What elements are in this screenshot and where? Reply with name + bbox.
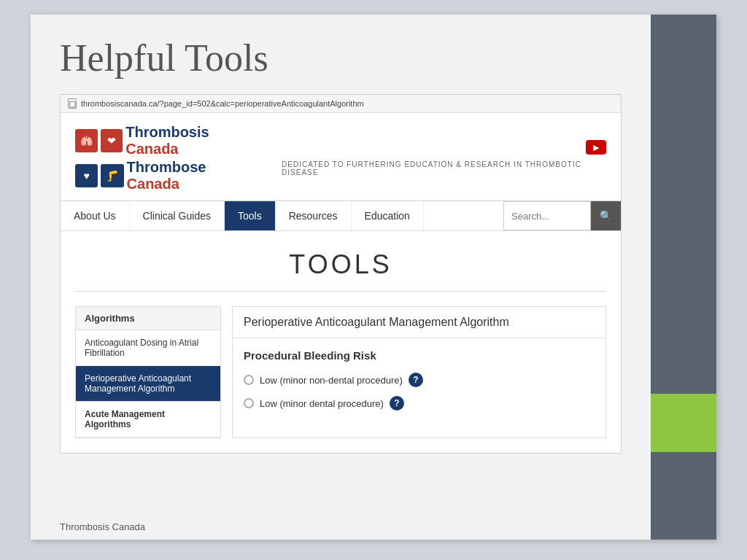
logo-icon-heart: ❤	[101, 129, 123, 152]
search-container: 🔍	[503, 201, 621, 230]
address-bar[interactable]: ▢ thrombosiscanada.ca/?page_id=502&calc=…	[61, 95, 621, 113]
site-nav: About Us Clinical Guides Tools Resources…	[61, 201, 621, 231]
slide-footer: Thrombosis Canada	[31, 514, 716, 540]
radio-circle-2[interactable]	[244, 398, 254, 408]
page-title: Helpful Tools	[60, 36, 622, 79]
tools-main-header: Perioperative Anticoagulant Management A…	[233, 307, 605, 338]
youtube-icon[interactable]: ▶	[586, 140, 606, 155]
website-content: 🫁 ❤ Thrombosis Canada ♥ 🦵 Thrombose	[61, 113, 621, 453]
logo-icon-blue1: ♥	[75, 164, 98, 187]
logo-fr-main: Thrombose	[127, 159, 206, 175]
radio-circle-1[interactable]	[244, 375, 254, 385]
tools-content: Algorithms Anticoagulant Dosing in Atria…	[61, 292, 621, 453]
tools-main: Perioperative Anticoagulant Management A…	[232, 306, 606, 438]
logo-en-highlight: Canada	[125, 141, 178, 157]
nav-items: About Us Clinical Guides Tools Resources…	[61, 201, 503, 230]
logo-en-main: Thrombosis	[125, 124, 209, 140]
section-title: Procedural Bleeding Risk	[244, 349, 595, 362]
tools-main-title: Perioperative Anticoagulant Management A…	[244, 316, 595, 329]
site-tagline: DEDICATED TO FURTHERING EDUCATION & RESE…	[282, 160, 606, 176]
logo-fr-text: Thrombose Canada	[127, 159, 260, 192]
page-icon: ▢	[68, 98, 77, 109]
sidebar-item-perioperative[interactable]: Perioperative Anticoagulant Management A…	[76, 366, 220, 402]
tools-heading: TOOLS	[75, 231, 606, 292]
site-header: 🫁 ❤ Thrombosis Canada ♥ 🦵 Thrombose	[61, 113, 621, 201]
radio-option-2: Low (minor dental procedure) ?	[244, 396, 595, 411]
radio-label-1: Low (minor non-dental procedure)	[260, 375, 403, 386]
footer-text: Thrombosis Canada	[60, 521, 145, 532]
help-icon-1[interactable]: ?	[409, 373, 423, 387]
sidebar-item-atrial[interactable]: Anticoagulant Dosing in Atrial Fibrillat…	[76, 330, 220, 366]
radio-option-1: Low (minor non-dental procedure) ?	[244, 373, 595, 387]
logo-icon-blue2: 🦵	[101, 164, 123, 187]
sidebar-heading: Algorithms	[76, 307, 220, 330]
logo-fr-row: ♥ 🦵 Thrombose Canada	[75, 159, 260, 192]
logo-fr-highlight: Canada	[127, 176, 179, 192]
search-input[interactable]	[503, 201, 591, 230]
radio-label-2: Low (minor dental procedure)	[260, 398, 384, 409]
nav-clinical-guides[interactable]: Clinical Guides	[130, 201, 225, 230]
nav-education[interactable]: Education	[352, 201, 424, 230]
right-sidebar	[651, 15, 716, 540]
nav-tools[interactable]: Tools	[225, 201, 276, 230]
logo-en-row: 🫁 ❤ Thrombosis Canada	[75, 124, 260, 158]
logo: 🫁 ❤ Thrombosis Canada ♥ 🦵 Thrombose	[75, 124, 260, 192]
green-accent	[651, 394, 716, 452]
logo-en-text: Thrombosis Canada	[125, 124, 260, 158]
sidebar-item-acute[interactable]: Acute Management Algorithms	[76, 402, 220, 438]
help-icon-2[interactable]: ?	[390, 396, 404, 411]
url-text: thrombosiscanada.ca/?page_id=502&calc=pe…	[81, 99, 364, 108]
search-button[interactable]: 🔍	[591, 201, 621, 230]
logo-icon-lungs: 🫁	[75, 129, 98, 152]
nav-resources[interactable]: Resources	[276, 201, 352, 230]
tools-sidebar: Algorithms Anticoagulant Dosing in Atria…	[75, 306, 221, 438]
header-right: ▶ DEDICATED TO FURTHERING EDUCATION & RE…	[274, 140, 606, 176]
browser-window: ▢ thrombosiscanada.ca/?page_id=502&calc=…	[60, 94, 622, 454]
tools-main-body: Procedural Bleeding Risk Low (minor non-…	[233, 338, 605, 430]
nav-about-us[interactable]: About Us	[61, 201, 130, 230]
